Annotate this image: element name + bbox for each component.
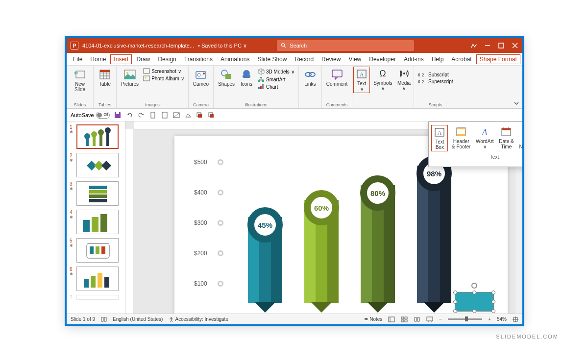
save-icon[interactable] [114,111,122,119]
rotate-handle[interactable] [471,283,477,289]
document-title[interactable]: 4104-01-exclusive-market-research-templa… [82,43,194,49]
search-box[interactable]: Search [277,40,414,51]
svg-rect-83 [457,128,466,129]
tab-shape-format[interactable]: Shape Format [476,54,520,64]
qat-icon[interactable] [161,111,169,119]
screenshot-button[interactable]: Screenshot ∨ [142,68,185,74]
thumbnail-4[interactable]: 4✱ [70,210,122,234]
sorter-view-icon[interactable] [401,316,408,322]
svg-rect-99 [401,320,404,322]
text-menu-button[interactable]: A Text∨ [353,67,370,93]
shapes-button[interactable]: Shapes [217,68,236,88]
svg-rect-39 [332,70,342,77]
svg-rect-77 [91,276,96,288]
ribbon-collapse-button[interactable] [514,100,519,106]
slide-canvas-area[interactable]: $500 $400 $300 $200 $100 45% 60% [125,121,522,314]
qat-icon[interactable] [184,111,192,119]
svg-rect-3 [499,43,504,48]
thumbnail-2[interactable]: 2✱ [70,153,122,177]
thumbnail-5[interactable]: 5✱ [70,238,122,263]
links-button[interactable]: Links [302,68,318,88]
slide-thumbnails[interactable]: 1✱ 2✱ 3✱ 4✱ 5✱ 6✱ 7 [67,121,125,314]
table-button[interactable]: Table [97,68,113,88]
slide-number-button[interactable]: # Slide Number [517,125,522,151]
zoom-out-button[interactable]: − [439,316,442,322]
minimize-button[interactable] [484,42,491,49]
thumbnail-7[interactable]: 7 [70,295,122,300]
qat-icon[interactable] [208,111,216,119]
fit-window-icon[interactable] [513,316,518,322]
svg-text:A: A [438,129,442,136]
tab-home[interactable]: Home [87,54,109,65]
qat-icon[interactable] [172,111,180,119]
smartart-button[interactable]: SmartArt [257,76,295,83]
comment-button[interactable]: Comment [325,68,349,88]
tab-acrobat[interactable]: Acrobat [448,54,475,65]
tab-record[interactable]: Record [291,54,317,65]
photo-album-button[interactable]: Photo Album ∨ [142,75,185,82]
svg-rect-87 [502,128,511,130]
group-slides: New Slide Slides [67,66,94,108]
cameo-button[interactable]: Cameo [192,68,210,88]
group-camera: Cameo Camera [189,66,214,108]
tab-slideshow[interactable]: Slide Show [254,54,290,65]
header-footer-button[interactable]: Header & Footer [450,125,472,151]
redo-icon[interactable] [137,111,145,119]
notes-button[interactable]: ≐ Notes [364,316,382,322]
undo-icon[interactable] [125,111,133,119]
icons-button[interactable]: Icons [238,68,255,88]
symbols-button[interactable]: Ω Symbols∨ [372,67,393,92]
svg-point-38 [309,73,315,76]
svg-text:A: A [482,127,488,137]
tab-help[interactable]: Help [428,54,447,65]
normal-view-icon[interactable] [388,316,395,322]
tab-view[interactable]: View [345,54,365,65]
save-status[interactable]: • Saved to this PC ∨ [198,43,247,49]
thumbnail-6[interactable]: 6✱ [70,267,122,291]
wordart-button[interactable]: A WordArt∨ [474,125,495,151]
zoom-slider[interactable] [448,318,482,320]
reading-view-icon[interactable] [414,316,420,322]
subscript-button[interactable]: x2 Subscript [417,72,454,78]
ribbon-display-icon[interactable] [470,42,477,49]
status-bar: Slide 1 of 9 English (United States) Acc… [67,314,522,324]
superscript-button[interactable]: x2 Superscript [417,78,454,85]
thumbnail-3[interactable]: 3✱ [70,181,122,206]
zoom-in-button[interactable]: + [488,316,491,322]
3d-models-button[interactable]: 3D Models ∨ [257,68,295,75]
accessibility-indicator[interactable]: Accessibility: Investigate [169,316,228,322]
tab-review[interactable]: Review [318,54,344,65]
close-button[interactable] [512,42,518,49]
autosave-toggle[interactable]: AutoSave Off [71,112,110,119]
tab-addins[interactable]: Add-ins [400,54,427,65]
tab-animations[interactable]: Animations [217,54,253,65]
svg-text:A: A [360,71,364,78]
tab-file[interactable]: File [70,54,86,65]
maximize-button[interactable] [498,42,505,49]
slide-indicator[interactable]: Slide 1 of 9 [71,316,95,322]
svg-marker-64 [101,161,111,170]
qat-icon[interactable] [196,111,204,119]
media-button[interactable]: Media∨ [396,67,413,92]
dropdown-label: Text [431,154,522,160]
tab-developer[interactable]: Developer [366,54,399,65]
thumbnail-1[interactable]: 1✱ [70,124,122,149]
qat-icon[interactable] [149,111,157,119]
pictures-button[interactable]: Pictures [120,68,140,88]
chart-button[interactable]: Chart [257,83,295,90]
slideshow-view-icon[interactable] [426,316,433,322]
svg-rect-65 [89,186,107,189]
svg-rect-74 [96,246,99,254]
text-box-button[interactable]: A Text Box [431,125,448,151]
new-slide-button[interactable]: New Slide [70,68,90,93]
zoom-percent[interactable]: 54% [497,316,507,322]
tab-transitions[interactable]: Transitions [181,54,216,65]
tab-insert[interactable]: Insert [110,54,132,64]
camera-button[interactable] [523,55,524,63]
tab-design[interactable]: Design [154,54,179,65]
selected-textbox[interactable] [455,292,494,312]
tab-draw[interactable]: Draw [133,54,153,65]
svg-rect-47 [162,112,167,118]
date-time-button[interactable]: Date & Time [497,125,515,151]
language-indicator[interactable]: English (United States) [113,316,163,322]
